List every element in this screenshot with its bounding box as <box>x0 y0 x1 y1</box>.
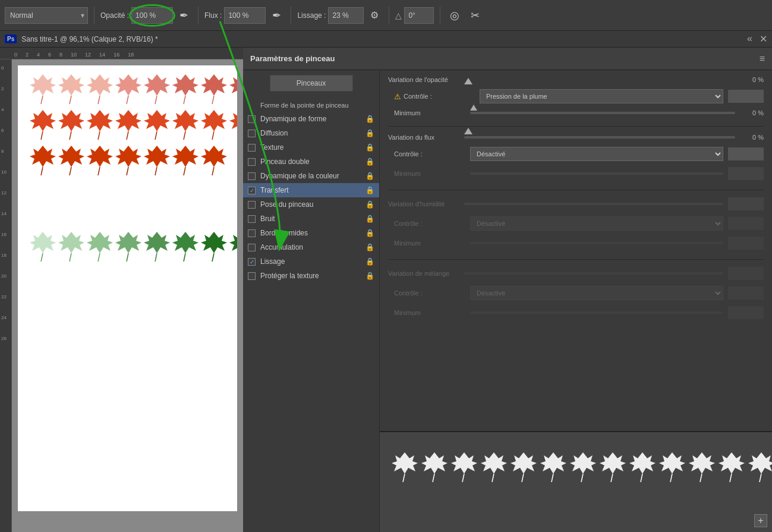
opacity-icon-btn[interactable]: ✒ <box>175 7 192 24</box>
prop-row-minimum2: Minimum <box>394 167 764 180</box>
brush-item-lissage[interactable]: ✓ Lissage 🔒 <box>243 254 379 269</box>
ruler-h-tick-6: 6 <box>48 52 51 58</box>
brush-item-header[interactable]: Forme de la pointe de pinceau <box>243 99 379 112</box>
brush-lock-dynamique-forme: 🔒 <box>365 115 374 123</box>
svg-line-94 <box>730 474 732 482</box>
opacity-value[interactable]: 100 % <box>131 7 173 24</box>
brush-item-dynamique-forme[interactable]: Dynamique de forme 🔒 <box>243 112 379 126</box>
svg-line-96 <box>760 474 761 482</box>
panel-menu-icon[interactable]: ≡ <box>760 53 765 64</box>
svg-marker-24 <box>115 110 141 131</box>
brush-checkbox-bords-humides[interactable] <box>248 229 256 237</box>
brush-label-proteger-texture: Protéger la texture <box>260 272 361 280</box>
canvas-white <box>18 65 237 511</box>
svg-line-53 <box>70 253 71 262</box>
target-btn[interactable]: ◎ <box>446 7 463 24</box>
opacity-label: Opacité : <box>100 11 129 20</box>
controle1-value-box <box>728 90 764 103</box>
leaf-r5c6 <box>172 232 198 262</box>
brush-checkbox-pose-pinceau[interactable] <box>248 201 256 209</box>
main-layout: 0 2 4 6 8 10 12 14 16 18 0 2 4 6 8 10 12 <box>0 48 772 532</box>
svg-marker-52 <box>58 232 84 253</box>
svg-line-59 <box>155 253 157 262</box>
svg-marker-71 <box>392 452 418 474</box>
brush-label-lissage: Lissage <box>260 257 361 266</box>
svg-line-11 <box>184 96 185 104</box>
panel-area: Paramètres de pinceau ≡ Pinceaux Forme d… <box>243 48 772 532</box>
brush-checkbox-dynamique-couleur[interactable] <box>248 172 256 180</box>
brush-lock-pinceau-double: 🔒 <box>365 158 374 166</box>
divider3 <box>388 259 764 260</box>
brush-checkbox-dynamique-forme[interactable] <box>248 115 256 123</box>
svg-marker-48 <box>201 146 227 167</box>
brush-checkbox-texture[interactable] <box>248 144 256 152</box>
main-toolbar: Normal Opacité : 100 % ✒ Flux : 100 % ✒ … <box>0 0 772 31</box>
collapse-btn[interactable]: « <box>747 33 752 45</box>
svg-line-88 <box>641 474 642 482</box>
leaf-r3c2 <box>58 146 84 175</box>
svg-line-78 <box>492 474 494 482</box>
leaf-r5c4 <box>115 232 141 262</box>
controle2-select[interactable]: Désactivé <box>470 147 723 161</box>
prop-row-controle3: Contrôle : Désactivé <box>394 216 764 231</box>
svg-marker-83 <box>570 452 596 474</box>
flux-icon-btn[interactable]: ✒ <box>268 7 285 24</box>
controle1-select[interactable]: Pression de la plume <box>480 89 723 103</box>
pinceaux-button[interactable]: Pinceaux <box>270 75 353 92</box>
svg-marker-20 <box>58 110 84 131</box>
ruler-v-tick-12: 12 <box>1 190 7 196</box>
title-text: Sans titre-1 @ 96,1% (Calque 2, RVB/16) … <box>21 35 157 43</box>
brush-item-diffusion[interactable]: Diffusion 🔒 <box>243 126 379 140</box>
preview-add-button[interactable]: + <box>754 514 767 527</box>
svg-marker-42 <box>115 146 141 167</box>
lissage-value[interactable]: 23 % <box>328 7 364 24</box>
brush-checkbox-accumulation[interactable] <box>248 244 256 251</box>
svg-marker-46 <box>172 146 198 167</box>
svg-marker-6 <box>115 74 141 96</box>
brush-item-bords-humides[interactable]: Bords humides 🔒 <box>243 226 379 240</box>
brush-checkbox-lissage[interactable]: ✓ <box>248 258 256 266</box>
leaf-r2c1 <box>30 110 56 140</box>
ruler-horizontal: 0 2 4 6 8 10 12 14 16 18 <box>0 48 243 59</box>
eraser-btn[interactable]: ✂ <box>467 7 483 24</box>
ruler-v-tick-22: 22 <box>1 294 7 300</box>
brush-label-transfert: Transfert <box>260 186 361 194</box>
ruler-v-tick-24: 24 <box>1 315 7 320</box>
brush-checkbox-bruit[interactable] <box>248 215 256 223</box>
prop-row-minimum1: Minimum 0 % <box>394 109 764 117</box>
svg-marker-32 <box>229 110 237 131</box>
ruler-h-tick-10: 10 <box>71 52 77 58</box>
leaf-r5c2 <box>58 232 84 262</box>
svg-line-76 <box>462 474 464 482</box>
blend-mode-select[interactable]: Normal <box>5 7 88 24</box>
brush-checkbox-transfert[interactable]: ✓ <box>248 187 256 194</box>
brush-item-texture[interactable]: Texture 🔒 <box>243 140 379 155</box>
brush-item-proteger-texture[interactable]: Protéger la texture 🔒 <box>243 269 379 283</box>
svg-marker-36 <box>30 146 56 167</box>
brush-item-dynamique-couleur[interactable]: Dynamique de la couleur 🔒 <box>243 169 379 183</box>
leaves-svg <box>24 71 237 345</box>
controle4-select[interactable]: Désactivé <box>470 286 723 300</box>
close-btn[interactable]: ✕ <box>760 33 767 45</box>
brush-checkbox-diffusion[interactable] <box>248 130 256 137</box>
angle-value[interactable]: 0° <box>404 7 434 24</box>
flux-value[interactable]: 100 % <box>224 7 266 24</box>
svg-marker-10 <box>172 74 198 96</box>
brush-item-transfert[interactable]: ✓ Transfert 🔒 <box>243 183 379 197</box>
brush-item-accumulation[interactable]: Accumulation 🔒 <box>243 240 379 254</box>
brush-label-diffusion: Diffusion <box>260 129 361 137</box>
controle3-select[interactable]: Désactivé <box>470 216 723 231</box>
brush-item-pose-pinceau[interactable]: Pose du pinceau 🔒 <box>243 197 379 212</box>
flux-slider[interactable] <box>464 136 735 138</box>
svg-marker-64 <box>229 232 237 253</box>
brush-checkbox-pinceau-double[interactable] <box>248 158 256 166</box>
lissage-settings-btn[interactable]: ⚙ <box>366 7 383 24</box>
leaf-r2c2 <box>58 110 84 140</box>
minimum1-slider[interactable] <box>470 112 735 114</box>
brush-item-pinceau-double[interactable]: Pinceau double 🔒 <box>243 155 379 169</box>
preview-leaves <box>392 452 772 482</box>
ruler-v-tick-2: 2 <box>1 86 4 92</box>
brush-checkbox-proteger-texture[interactable] <box>248 272 256 280</box>
brush-item-bruit[interactable]: Bruit 🔒 <box>243 212 379 226</box>
svg-line-41 <box>98 167 100 175</box>
